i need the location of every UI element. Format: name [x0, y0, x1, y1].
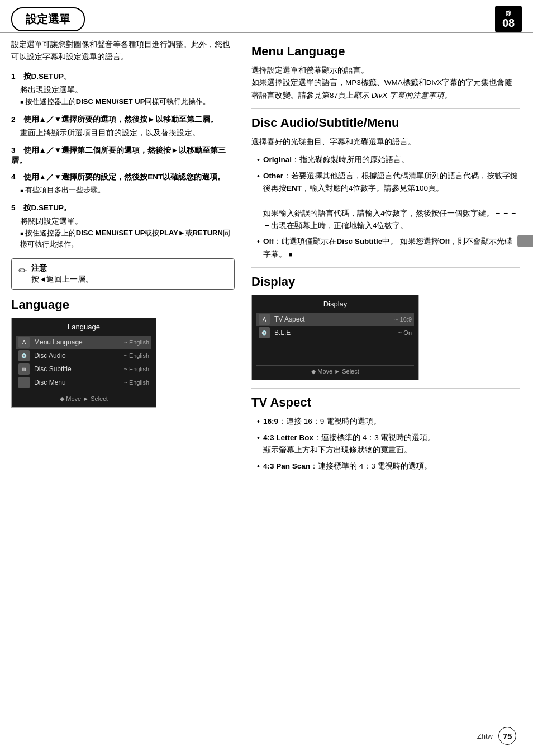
- step-5-bullet: 按住遙控器上的DISC MENU/SET UP或按PLAY►或RETURN同樣可…: [20, 228, 235, 251]
- disc-audio-bullets: • Original：指光碟錄製時所用的原始語言。 • Other：若要選擇其他…: [257, 154, 520, 261]
- side-language-tab: 中文: [517, 235, 533, 247]
- screenshot-value-disc-subtitle: ~ English: [123, 366, 149, 372]
- screenshot-value-disc-menu: ~ English: [123, 379, 149, 386]
- page-title: 設定選單: [11, 7, 85, 31]
- bullet-dot-off: •: [257, 235, 260, 261]
- display-row-tv-aspect: A TV Aspect ~ 16:9: [256, 313, 414, 326]
- display-label-ble: B.L.E: [274, 329, 394, 337]
- screenshot-label-menu-language: Menu Language: [34, 338, 119, 346]
- screenshot-label-disc-subtitle: Disc Subtitle: [34, 365, 119, 373]
- screenshot-row-menu-language: A Menu Language ~ English: [16, 336, 151, 349]
- screenshot-footer: ◆ Move ► Select: [16, 393, 151, 403]
- step-1-number: 1: [11, 72, 23, 81]
- screenshot-icon-disc-audio: 💿: [18, 350, 30, 361]
- step-2-body: 畫面上將顯示所選項目目前的設定，以及替換設定。: [20, 127, 235, 139]
- display-value-tv-aspect: ~ 16:9: [394, 316, 412, 323]
- screenshot-row-disc-menu: ☰ Disc Menu ~ English: [16, 376, 151, 389]
- bullet-43panscan: • 4:3 Pan Scan：連接標準的 4：3 電視時的選項。: [257, 460, 520, 473]
- step-1-bullet: 按住遙控器上的DISC MENU/SET UP同樣可執行此操作。: [20, 96, 235, 108]
- bullet-dot-original: •: [257, 154, 260, 167]
- bullet-off: • Off：此選項僅顯示在Disc Subtitle中。 如果您選擇Off，則不…: [257, 235, 520, 261]
- screenshot-row-disc-subtitle: ▤ Disc Subtitle ~ English: [16, 362, 151, 376]
- step-4: 4 使用▲／▼選擇所要的設定，然後按ENT以確認您的選項。 有些項目多出一些步驟…: [11, 172, 235, 196]
- intro-text: 設定選單可讓您對圖像和聲音等各種項目進行調整。此外，您也可以設定字幕和設定選單的…: [11, 39, 235, 63]
- screenshot-label-disc-menu: Disc Menu: [34, 379, 119, 386]
- screenshot-label-disc-audio: Disc Audio: [34, 352, 119, 360]
- menu-language-section-title: Menu Language: [251, 44, 520, 59]
- bullet-body-43letterbox: 4:3 Letter Box：連接標準的 4：3 電視時的選項。 顯示螢幕上方和…: [263, 432, 520, 457]
- step-4-bullet: 有些項目多出一些步驟。: [20, 185, 235, 196]
- tv-aspect-section-title: TV Aspect: [251, 395, 520, 410]
- step-3: 3 使用▲／▼選擇第二個所要的選項，然後按►以移動至第三層。: [11, 145, 235, 166]
- disc-audio-intro: 選擇喜好的光碟曲目、字幕和光碟選單的語言。: [251, 136, 520, 148]
- screenshot-value-menu-language: ~ English: [123, 339, 149, 346]
- screenshot-value-disc-audio: ~ English: [123, 352, 149, 359]
- display-row-ble: 💿 B.L.E ~ On: [256, 326, 414, 339]
- note-title: 注意: [31, 263, 93, 273]
- display-icon-a: A: [259, 314, 270, 325]
- disc-audio-section-title: Disc Audio/Subtitle/Menu: [251, 116, 520, 130]
- bullet-dot-other: •: [257, 170, 260, 232]
- right-column: Menu Language 選擇設定選單和螢幕顯示的語言。如果選擇設定選單的語言…: [246, 39, 520, 479]
- bullet-dot-43letterbox: •: [257, 432, 260, 457]
- display-screenshot-footer: ◆ Move ► Select: [256, 365, 414, 375]
- step-5: 5 按D.SETUP。 將關閉設定選單。 按住遙控器上的DISC MENU/SE…: [11, 203, 235, 251]
- tv-aspect-bullets: • 16:9：連接 16：9 電視時的選項。 • 4:3 Letter Box：…: [257, 415, 520, 473]
- screenshot-icon-disc-menu: ☰: [18, 377, 30, 388]
- bullet-43letterbox: • 4:3 Letter Box：連接標準的 4：3 電視時的選項。 顯示螢幕上…: [257, 432, 520, 457]
- note-icon: ✏: [18, 264, 27, 277]
- step-1: 1 按D.SETUP。 將出現設定選單。 按住遙控器上的DISC MENU/SE…: [11, 72, 235, 107]
- bullet-body-other: Other：若要選擇其他語言，根據語言代碼清單所列的語言代碼，按數字鍵後再按EN…: [263, 170, 520, 232]
- step-1-title: 1 按D.SETUP。: [11, 72, 235, 82]
- main-content: 設定選單可讓您對圖像和聲音等各種項目進行調整。此外，您也可以設定字幕和設定選單的…: [0, 39, 533, 479]
- step-2: 2 使用▲／▼選擇所要的選項，然後按►以移動至第二層。 畫面上將顯示所選項目目前…: [11, 115, 235, 139]
- note-content: 注意 按◄返回上一層。: [31, 263, 93, 285]
- step-5-title: 5 按D.SETUP。: [11, 203, 235, 213]
- chapter-number: 08: [502, 17, 515, 29]
- bullet-169: • 16:9：連接 16：9 電視時的選項。: [257, 415, 520, 428]
- bullet-body-169: 16:9：連接 16：9 電視時的選項。: [263, 415, 520, 428]
- menu-language-text: 選擇設定選單和螢幕顯示的語言。如果選擇設定選單的語言，MP3標籤、WMA標籤和D…: [251, 64, 520, 102]
- screenshot-icon-disc-subtitle: ▤: [18, 363, 30, 375]
- page-header: 設定選單 節 08: [0, 0, 533, 33]
- language-screenshot-title: Language: [16, 323, 151, 331]
- display-screenshot: Display A TV Aspect ~ 16:9 💿 B.L.E ~ On …: [251, 295, 419, 380]
- step-4-title: 4 使用▲／▼選擇所要的設定，然後按ENT以確認您的選項。: [11, 172, 235, 182]
- bullet-body-43panscan: 4:3 Pan Scan：連接標準的 4：3 電視時的選項。: [263, 460, 520, 473]
- display-screenshot-title: Display: [256, 300, 414, 308]
- step-1-body: 將出現設定選單。: [20, 84, 235, 96]
- chapter-label: 節: [506, 10, 511, 17]
- note-box: ✏ 注意 按◄返回上一層。: [11, 258, 235, 290]
- display-label-tv-aspect: TV Aspect: [274, 315, 390, 323]
- chapter-badge: 節 08: [495, 6, 522, 32]
- bullet-body-original: Original：指光碟錄製時所用的原始語言。: [263, 154, 520, 167]
- display-value-ble: ~ On: [398, 329, 412, 336]
- step-5-body: 將關閉設定選單。: [20, 215, 235, 228]
- page-footer: Zhtw 75: [477, 727, 516, 745]
- step-3-title: 3 使用▲／▼選擇第二個所要的選項，然後按►以移動至第三層。: [11, 145, 235, 166]
- language-section-title: Language: [11, 297, 235, 312]
- bullet-other: • Other：若要選擇其他語言，根據語言代碼清單所列的語言代碼，按數字鍵後再按…: [257, 170, 520, 232]
- display-section-title: Display: [251, 275, 520, 289]
- screenshot-icon-a: A: [18, 337, 30, 348]
- screenshot-row-disc-audio: 💿 Disc Audio ~ English: [16, 349, 151, 362]
- left-column: 設定選單可讓您對圖像和聲音等各種項目進行調整。此外，您也可以設定字幕和設定選單的…: [11, 39, 246, 479]
- bullet-body-off: Off：此選項僅顯示在Disc Subtitle中。 如果您選擇Off，則不會顯…: [263, 235, 520, 261]
- bullet-dot-43panscan: •: [257, 460, 260, 473]
- footer-page-number: 75: [498, 727, 516, 745]
- note-text: 按◄返回上一層。: [31, 275, 93, 285]
- bullet-original: • Original：指光碟錄製時所用的原始語言。: [257, 154, 520, 167]
- step-2-title: 2 使用▲／▼選擇所要的選項，然後按►以移動至第二層。: [11, 115, 235, 125]
- footer-language: Zhtw: [477, 732, 493, 740]
- language-screenshot: Language A Menu Language ~ English 💿 Dis…: [11, 318, 156, 408]
- display-icon-disc: 💿: [259, 327, 270, 338]
- bullet-dot-169: •: [257, 415, 260, 428]
